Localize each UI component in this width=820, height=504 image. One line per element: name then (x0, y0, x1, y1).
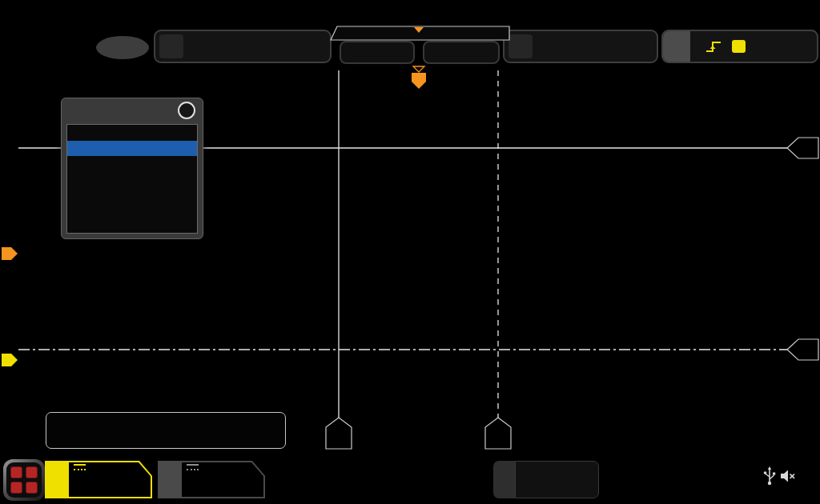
usb-icon (763, 466, 776, 486)
logic-channel-numbers (515, 461, 599, 498)
d-icon (508, 34, 533, 58)
cursor-flags (326, 138, 818, 449)
measurement-freq (212, 417, 285, 448)
menu-grid-icon (6, 462, 42, 498)
dc-coupling-icon (187, 464, 199, 470)
stop-run-button[interactable] (423, 41, 500, 64)
trigger-block[interactable] (661, 30, 818, 63)
main-menu-button[interactable] (3, 459, 45, 501)
top-title-bar (0, 0, 820, 24)
trigger-position-marker[interactable] (412, 66, 426, 89)
h-icon (159, 34, 183, 58)
timebase-preview-strip[interactable] (331, 26, 509, 40)
cursor-row-dx[interactable] (67, 187, 197, 203)
measurements-box[interactable] (46, 412, 286, 449)
channel1-ground-marker[interactable] (2, 354, 18, 366)
close-icon[interactable] (178, 102, 195, 119)
t-icon (663, 31, 690, 62)
measurement-risetime (66, 417, 139, 448)
cursor-row-ay-selected[interactable] (67, 141, 197, 157)
channel1-status[interactable] (45, 461, 152, 498)
cursor-row-dy[interactable] (67, 203, 197, 219)
cursors-readout-list (66, 124, 198, 234)
preview-trigger-position-icon (414, 27, 424, 33)
sound-muted-icon[interactable] (778, 467, 796, 485)
cursor-row-by[interactable] (67, 172, 197, 188)
measure-button[interactable] (340, 41, 415, 64)
cursor-row-bx[interactable] (67, 156, 197, 172)
logic-label (493, 461, 515, 498)
trigger-level-marker[interactable] (2, 247, 18, 260)
measurement-falltime (139, 417, 212, 448)
cursors-window[interactable] (61, 98, 203, 239)
delay-block[interactable] (503, 30, 658, 63)
channel2-number (159, 462, 182, 497)
horizontal-timebase-block[interactable] (154, 30, 332, 63)
dc-coupling-icon (74, 464, 86, 470)
trigger-source-badge (732, 40, 746, 53)
cursor-row-inv-dx[interactable] (67, 218, 197, 234)
run-state-badge (96, 36, 149, 59)
rising-edge-icon (705, 38, 724, 54)
oscilloscope-screen (0, 0, 820, 504)
logic-channels-status[interactable] (493, 461, 599, 498)
channel1-number (46, 462, 69, 497)
cursor-row-ax[interactable] (67, 125, 197, 141)
channel2-status[interactable] (158, 461, 265, 498)
